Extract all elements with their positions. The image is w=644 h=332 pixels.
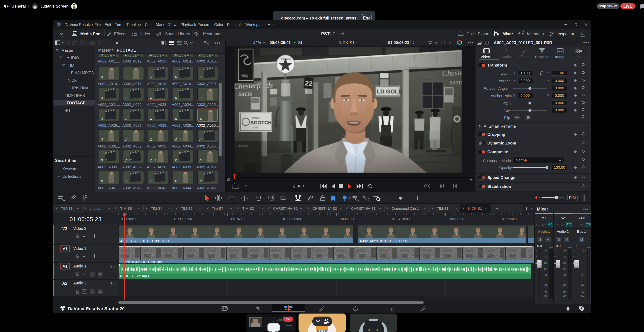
svg-text:01: 01: [282, 197, 284, 199]
